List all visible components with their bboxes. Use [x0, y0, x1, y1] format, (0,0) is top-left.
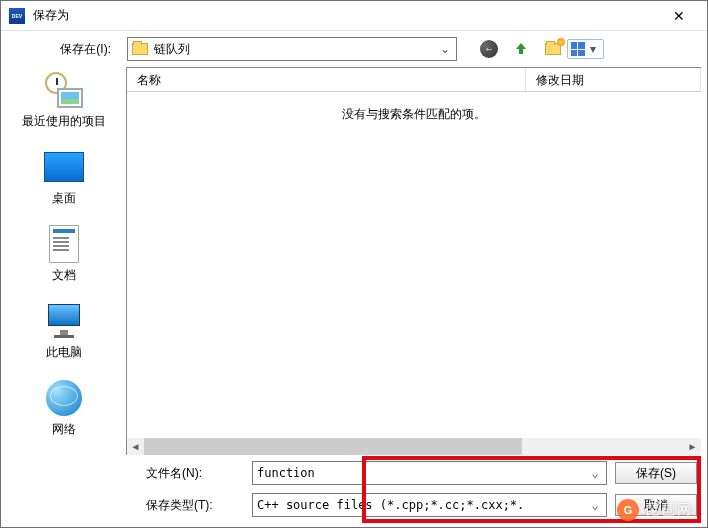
- filetype-label: 保存类型(T):: [136, 497, 244, 514]
- places-sidebar: 最近使用的项目 桌面 文档 此电脑 网络: [1, 67, 126, 527]
- sidebar-item-desktop[interactable]: 桌面: [1, 148, 126, 207]
- recent-items-icon: [45, 72, 83, 108]
- network-globe-icon: [46, 380, 82, 416]
- filename-input[interactable]: function ⌄: [252, 461, 607, 485]
- sidebar-item-network[interactable]: 网络: [1, 379, 126, 438]
- sidebar-item-label: 最近使用的项目: [22, 113, 106, 130]
- new-star-icon: [557, 38, 565, 46]
- chevron-down-icon[interactable]: ⌄: [588, 466, 602, 480]
- close-button[interactable]: ✕: [659, 2, 699, 30]
- sidebar-item-label: 文档: [52, 267, 76, 284]
- computer-icon: [44, 304, 84, 338]
- view-menu-button[interactable]: ▾: [573, 37, 597, 61]
- back-button[interactable]: [477, 37, 501, 61]
- location-name: 链队列: [154, 41, 432, 58]
- nav-icons: ▾: [477, 37, 597, 61]
- filetype-dropdown[interactable]: C++ source files (*.cpp;*.cc;*.cxx;*. ⌄: [252, 493, 607, 517]
- sidebar-item-label: 此电脑: [46, 344, 82, 361]
- scroll-thumb[interactable]: [144, 438, 522, 455]
- column-header-date[interactable]: 修改日期: [526, 68, 701, 91]
- sidebar-item-this-pc[interactable]: 此电脑: [1, 302, 126, 361]
- document-icon: [49, 225, 79, 263]
- sidebar-item-label: 网络: [52, 421, 76, 438]
- location-toolbar: 保存在(I): 链队列 ⌄ ▾: [1, 31, 707, 67]
- save-button[interactable]: 保存(S): [615, 462, 697, 484]
- horizontal-scrollbar[interactable]: ◄ ►: [127, 438, 701, 455]
- filetype-value: C++ source files (*.cpp;*.cc;*.cxx;*.: [257, 498, 588, 512]
- sidebar-item-recent[interactable]: 最近使用的项目: [1, 71, 126, 130]
- back-icon: [480, 40, 498, 58]
- location-dropdown[interactable]: 链队列 ⌄: [127, 37, 457, 61]
- column-header-name[interactable]: 名称: [127, 68, 526, 91]
- scroll-right-arrow-icon[interactable]: ►: [684, 438, 701, 455]
- file-area: 名称 修改日期 没有与搜索条件匹配的项。 ◄ ► 文件名(N): functio…: [126, 67, 707, 527]
- cancel-button[interactable]: 取消: [615, 494, 697, 516]
- bottom-panel: 文件名(N): function ⌄ 保存(S) 保存类型(T): C++ so…: [126, 455, 707, 527]
- chevron-down-icon: ▾: [586, 42, 600, 56]
- sidebar-item-label: 桌面: [52, 190, 76, 207]
- save-as-dialog: 保存为 ✕ 保存在(I): 链队列 ⌄ ▾: [0, 0, 708, 528]
- window-title: 保存为: [33, 7, 659, 24]
- filename-label: 文件名(N):: [136, 465, 244, 482]
- new-folder-button[interactable]: [541, 37, 565, 61]
- desktop-icon: [44, 152, 84, 182]
- chevron-down-icon[interactable]: ⌄: [588, 498, 602, 512]
- save-in-label: 保存在(I):: [21, 41, 121, 58]
- scroll-track[interactable]: [144, 438, 684, 455]
- column-headers: 名称 修改日期: [127, 68, 701, 92]
- sidebar-item-documents[interactable]: 文档: [1, 225, 126, 284]
- up-one-level-button[interactable]: [509, 37, 533, 61]
- main-area: 最近使用的项目 桌面 文档 此电脑 网络 名称: [1, 67, 707, 527]
- up-arrow-icon: [513, 41, 529, 57]
- chevron-down-icon: ⌄: [438, 42, 452, 56]
- folder-icon: [132, 43, 148, 55]
- view-grid-icon: [571, 42, 585, 56]
- titlebar: 保存为 ✕: [1, 1, 707, 31]
- app-icon: [9, 8, 25, 24]
- filename-value: function: [257, 466, 588, 480]
- scroll-left-arrow-icon[interactable]: ◄: [127, 438, 144, 455]
- file-list[interactable]: 名称 修改日期 没有与搜索条件匹配的项。 ◄ ►: [126, 67, 701, 455]
- empty-message: 没有与搜索条件匹配的项。: [127, 92, 701, 137]
